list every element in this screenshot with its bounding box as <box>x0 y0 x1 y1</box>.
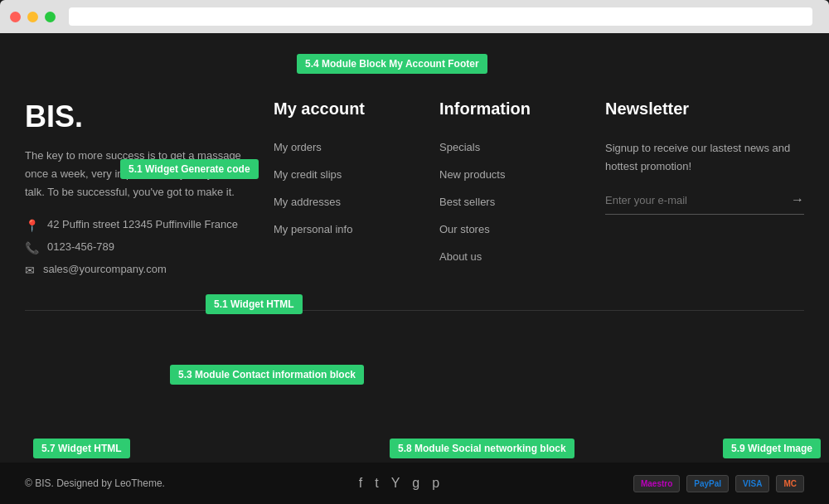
youtube-icon[interactable]: Y <box>391 476 400 491</box>
list-item: My credit slips <box>274 167 423 182</box>
list-item: My addresses <box>274 194 423 209</box>
facebook-icon[interactable]: f <box>359 476 362 491</box>
our-stores-link[interactable]: Our stores <box>439 223 490 235</box>
contact-phone: 📞 0123-456-789 <box>25 240 257 254</box>
annotation-widget-html: 5.1 Widget HTML <box>206 294 303 314</box>
payment-icons: Maestro PayPal VISA MC <box>633 475 804 492</box>
annotation-contact-block: 5.3 Module Contact information block <box>170 365 364 385</box>
email-icon: ✉ <box>25 264 35 277</box>
my-account-title: My account <box>274 99 423 119</box>
visa-icon: VISA <box>735 475 769 492</box>
contact-address: 📍 42 Puffin street 12345 Puffinville Fra… <box>25 218 257 232</box>
my-orders-link[interactable]: My orders <box>274 141 322 153</box>
close-dot[interactable] <box>10 12 21 22</box>
address-bar[interactable] <box>69 7 812 26</box>
information-title: Information <box>439 99 589 119</box>
my-addresses-link[interactable]: My addresses <box>274 196 341 208</box>
newsletter-submit-button[interactable]: → <box>791 192 804 207</box>
list-item: My personal info <box>274 221 423 236</box>
phone-text: 0123-456-789 <box>47 240 114 253</box>
my-account-column: My account My orders My credit slips My … <box>274 99 423 285</box>
address-text: 42 Puffin street 12345 Puffinville Franc… <box>47 218 238 230</box>
newsletter-column: 5.6 Module Newsletter block Newsletter S… <box>605 99 804 285</box>
list-item: About us <box>439 249 589 264</box>
brand-logo: BIS. <box>25 99 83 134</box>
minimize-dot[interactable] <box>27 12 38 22</box>
my-credit-slips-link[interactable]: My credit slips <box>274 168 342 181</box>
list-item: Our stores <box>439 221 589 236</box>
annotation-widget-html-footer: 5.7 Widget HTML <box>33 439 130 458</box>
new-products-link[interactable]: New products <box>439 168 505 181</box>
list-item: Best sellers <box>439 194 589 209</box>
footer-top: 5.1 Widget Generate code BIS. The key to… <box>25 50 804 311</box>
mastercard-icon: MC <box>776 475 804 492</box>
specials-link[interactable]: Specials <box>439 141 480 153</box>
newsletter-title: Newsletter <box>605 99 804 119</box>
email-text: sales@yourcompany.com <box>43 263 167 275</box>
annotation-social-networking: 5.8 Module Social networking block <box>390 439 574 458</box>
information-column: Information Specials New products Best s… <box>439 99 589 285</box>
contact-email: ✉ sales@yourcompany.com <box>25 263 257 277</box>
annotation-module-block-my-account-footer: 5.4 Module Block My Account Footer <box>297 54 487 74</box>
about-us-link[interactable]: About us <box>439 250 482 263</box>
annotation-widget-generate: 5.1 Widget Generate code <box>120 159 259 179</box>
contact-info: 5.3 Module Contact information block 📍 4… <box>25 218 257 277</box>
main-area: 5.4 Module Block My Account Footer 5.1 W… <box>0 33 829 504</box>
my-account-links: My orders My credit slips My addresses M… <box>274 139 423 236</box>
best-sellers-link[interactable]: Best sellers <box>439 196 495 208</box>
footer-bar: 5.7 Widget HTML © BIS. Designed by LeoTh… <box>0 463 829 504</box>
maximize-dot[interactable] <box>45 12 56 22</box>
information-links: Specials New products Best sellers Our s… <box>439 139 589 264</box>
phone-icon: 📞 <box>25 241 39 254</box>
location-icon: 📍 <box>25 219 39 232</box>
brand-column: 5.1 Widget Generate code BIS. The key to… <box>25 99 257 285</box>
my-personal-info-link[interactable]: My personal info <box>274 223 352 235</box>
footer-copyright: © BIS. Designed by LeoTheme. <box>25 477 165 489</box>
google-plus-icon[interactable]: g <box>412 476 419 491</box>
list-item: Specials <box>439 139 589 154</box>
newsletter-form: → <box>605 192 804 215</box>
list-item: New products <box>439 167 589 182</box>
window-chrome <box>0 0 829 33</box>
social-icons: f t Y g p <box>359 476 439 491</box>
list-item: My orders <box>274 139 423 154</box>
paypal-icon: PayPal <box>686 475 729 492</box>
pinterest-icon[interactable]: p <box>432 476 439 491</box>
newsletter-email-input[interactable] <box>605 194 791 206</box>
annotation-widget-image: 5.9 Widget Image <box>723 439 821 458</box>
twitter-icon[interactable]: t <box>375 476 378 491</box>
maestro-icon: Maestro <box>633 475 680 492</box>
newsletter-description: Signup to receive our lastest news and h… <box>605 139 804 176</box>
